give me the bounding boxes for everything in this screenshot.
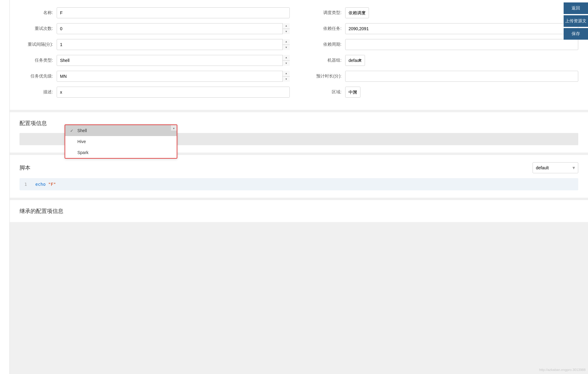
task-type-input[interactable]	[57, 55, 290, 66]
dropdown-spark[interactable]: Spark	[65, 147, 177, 158]
retry-interval-down[interactable]: ▼	[283, 45, 290, 50]
right-form-col: 调度类型: 依赖调度 定时调度 依赖任务:	[308, 7, 578, 102]
retry-interval-input[interactable]	[57, 39, 290, 50]
description-input[interactable]	[57, 87, 290, 98]
depends-cycle-row: 依赖周期:	[308, 39, 578, 50]
dropdown-shell[interactable]: ✓ Shell	[65, 125, 177, 136]
region-label: 区域:	[308, 89, 342, 95]
machine-group-row: 机器组: default	[308, 55, 578, 66]
code-string: "F"	[48, 182, 56, 187]
task-priority-label: 任务优先级:	[19, 74, 53, 79]
upload-button[interactable]: 上传资源文	[564, 15, 588, 27]
retry-row: 重试次数: ▲ ▼	[19, 23, 290, 34]
task-type-row: 任务类型: ▲ ▼ ✓ Shell	[19, 55, 290, 66]
machine-group-wrapper: default	[345, 55, 578, 66]
task-type-label: 任务类型:	[19, 58, 53, 63]
dropdown-shell-label: Shell	[77, 128, 87, 133]
region-row: 区域: 中国 美国	[308, 87, 578, 98]
retry-input[interactable]	[57, 23, 290, 34]
code-line-1: 1 echo "F"	[24, 182, 573, 187]
script-select-wrapper: default ▼	[533, 162, 578, 173]
schedule-type-select[interactable]: 依赖调度 定时调度	[345, 7, 369, 18]
depends-label: 依赖任务:	[308, 26, 342, 31]
estimated-time-label: 预计时长(分):	[308, 74, 342, 79]
task-priority-up[interactable]: ▲	[283, 71, 290, 77]
inherited-title: 继承的配置项信息	[19, 207, 578, 215]
inherited-section: 继承的配置项信息	[10, 200, 588, 222]
left-sidebar	[0, 0, 10, 374]
save-button[interactable]: 保存	[564, 28, 588, 40]
name-input[interactable]	[57, 7, 290, 18]
retry-interval-row: 重试间隔(分): ▲ ▼	[19, 39, 290, 50]
task-priority-spinner: ▲ ▼	[57, 71, 290, 82]
retry-up[interactable]: ▲	[283, 23, 290, 29]
page-wrapper: 返回 上传资源文 保存 名称: 重试次数:	[0, 0, 588, 374]
code-area: 1 echo "F"	[19, 178, 578, 190]
left-form-col: 名称: 重试次数: ▲ ▼	[19, 7, 290, 102]
dropdown-hive[interactable]: Hive	[65, 136, 177, 147]
task-type-arrows: ▲ ▼	[282, 55, 290, 66]
task-priority-arrows: ▲ ▼	[282, 71, 290, 82]
retry-down[interactable]: ▼	[283, 29, 290, 34]
code-keyword: echo	[35, 182, 46, 187]
retry-interval-up[interactable]: ▲	[283, 39, 290, 45]
retry-spinner: ▲ ▼	[57, 23, 290, 34]
script-title: 脚本	[19, 164, 30, 171]
name-row: 名称:	[19, 7, 290, 18]
schedule-type-wrapper: 依赖调度 定时调度	[345, 7, 578, 18]
retry-arrows: ▲ ▼	[282, 23, 290, 34]
task-type-up[interactable]: ▲	[283, 55, 290, 61]
schedule-type-label: 调度类型:	[308, 10, 342, 16]
depends-input[interactable]	[345, 23, 578, 34]
line-number: 1	[24, 182, 30, 187]
depends-cycle-label: 依赖周期:	[308, 42, 342, 47]
machine-group-select[interactable]: default	[345, 55, 365, 66]
task-priority-input[interactable]	[57, 71, 290, 82]
region-select[interactable]: 中国 美国	[345, 87, 360, 98]
script-section: 脚本 default ▼ 1 echo "F"	[10, 155, 588, 198]
task-type-dropdown: ✓ Shell Hive Spark	[65, 124, 177, 159]
schedule-type-row: 调度类型: 依赖调度 定时调度	[308, 7, 578, 18]
machine-group-label: 机器组:	[308, 58, 342, 63]
check-icon: ✓	[70, 128, 75, 133]
scroll-down-icon: ▼	[173, 127, 175, 130]
task-priority-row: 任务优先级: ▲ ▼	[19, 71, 290, 82]
retry-interval-label: 重试间隔(分):	[19, 42, 53, 47]
dropdown-hive-label: Hive	[77, 139, 86, 144]
form-grid: 名称: 重试次数: ▲ ▼	[19, 7, 578, 102]
watermark: http://azkaban.engpro.3013988	[539, 368, 586, 372]
form-section: 名称: 重试次数: ▲ ▼	[10, 0, 588, 112]
task-type-wrapper: ▲ ▼	[57, 55, 290, 66]
code-content: echo "F"	[35, 182, 56, 187]
task-priority-down[interactable]: ▼	[283, 77, 290, 82]
retry-interval-spinner: ▲ ▼	[57, 39, 290, 50]
estimated-time-input[interactable]	[345, 71, 578, 82]
description-label: 描述:	[19, 89, 53, 95]
task-type-down[interactable]: ▼	[283, 61, 290, 66]
retry-interval-arrows: ▲ ▼	[282, 39, 290, 50]
region-wrapper: 中国 美国	[345, 87, 578, 98]
back-button[interactable]: 返回	[564, 2, 588, 14]
depends-cycle-input[interactable]	[345, 39, 578, 50]
main-content: 返回 上传资源文 保存 名称: 重试次数:	[10, 0, 588, 374]
dropdown-scroll[interactable]: ▼	[171, 125, 177, 131]
name-label: 名称:	[19, 10, 53, 16]
script-select[interactable]: default	[533, 162, 578, 173]
estimated-time-row: 预计时长(分):	[308, 71, 578, 82]
description-row: 描述:	[19, 87, 290, 98]
depends-row: 依赖任务:	[308, 23, 578, 34]
script-header: 脚本 default ▼	[19, 162, 578, 173]
top-buttons: 返回 上传资源文 保存	[564, 0, 588, 42]
retry-label: 重试次数:	[19, 26, 53, 31]
dropdown-spark-label: Spark	[77, 150, 89, 155]
